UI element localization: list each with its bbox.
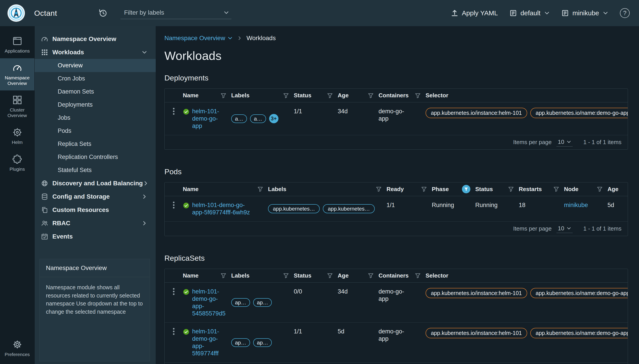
filter-icon[interactable]: [327, 93, 333, 98]
replicaset-link[interactable]: helm-101-demo-go-app-54585579d5: [192, 288, 226, 317]
sidebar-item-stateful-sets[interactable]: Stateful Sets: [35, 164, 156, 177]
sidebar-item-rbac[interactable]: RBAC: [35, 216, 156, 230]
sidebar-item-cron-jobs[interactable]: Cron Jobs: [35, 72, 156, 85]
filter-icon[interactable]: [597, 186, 603, 192]
sidebar-item-jobs[interactable]: Jobs: [35, 111, 156, 124]
selector-cell: app.kubernetes.io/instance:helm-101 app.…: [426, 283, 628, 322]
status-ok-icon: [183, 202, 189, 209]
sidebar-item-replication-controllers[interactable]: Replication Controllers: [35, 150, 156, 164]
breadcrumb-current: Workloads: [246, 34, 276, 42]
sidebar-item-discovery-and-load-balancing[interactable]: Discovery and Load Balancing: [35, 177, 156, 190]
filter-icon[interactable]: [368, 93, 374, 98]
filter-icon[interactable]: [257, 186, 263, 192]
card-body: Namespace module shows all resources rel…: [40, 277, 150, 322]
label-pill: ap…: [231, 298, 250, 307]
pod-link[interactable]: helm-101-demo-go-app-5f69774fff-6wh9z: [192, 202, 252, 216]
replicaset-link[interactable]: helm-101-demo-go-app-5f69774fff: [192, 328, 226, 357]
sidebar-item-daemon-sets[interactable]: Daemon Sets: [35, 85, 156, 98]
column-header-selector: Selector: [426, 92, 628, 99]
page-size-select[interactable]: 10: [556, 138, 573, 146]
row-actions-menu-icon[interactable]: [169, 107, 178, 116]
users-icon: [41, 220, 48, 227]
sidebar-item-namespace-overview[interactable]: Namespace Overview: [35, 32, 156, 46]
row-actions-menu-icon[interactable]: [169, 287, 178, 296]
sidebar-item-config-and-storage[interactable]: Config and Storage: [35, 190, 156, 203]
rail-item-namespace-overview[interactable]: Namespace Overview: [0, 58, 34, 91]
history-icon[interactable]: [98, 8, 108, 18]
filter-icon[interactable]: [220, 273, 226, 278]
filter-icon[interactable]: [283, 93, 289, 98]
namespace-icon: [509, 9, 517, 17]
items-per-page-label: Items per page: [513, 139, 552, 146]
sidebar-item-deployments[interactable]: Deployments: [35, 98, 156, 111]
table-row: helm-101-demo-go-app-5f69774fff ap… ap… …: [165, 322, 628, 363]
filter-icon[interactable]: [553, 186, 559, 192]
filter-icon[interactable]: [376, 186, 382, 192]
network-globe-icon: [41, 180, 48, 187]
filter-icon[interactable]: [415, 93, 421, 98]
column-header-age: Age: [338, 92, 379, 99]
app-header: Octant Filter by labels Apply YAML defau…: [0, 0, 639, 26]
active-filter-icon[interactable]: [462, 185, 470, 193]
storage-icon: [41, 193, 48, 200]
column-header-age: Age: [338, 272, 379, 279]
column-header-phase: Phase: [432, 185, 475, 193]
status-cell: 1/1: [294, 102, 338, 135]
label-pill: ap…: [253, 298, 272, 307]
label-pill: ap…: [253, 338, 272, 347]
sidebar-item-overview[interactable]: Overview: [35, 59, 156, 72]
rail-item-helm[interactable]: Helm: [0, 123, 34, 150]
chevron-right-icon: [237, 36, 242, 40]
column-header-containers: Containers: [379, 92, 426, 99]
row-actions-menu-icon[interactable]: [169, 200, 178, 210]
filter-label: Filter by labels: [124, 9, 164, 16]
node-link[interactable]: minikube: [564, 202, 588, 208]
icon-rail: Applications Namespace Overview Cluster …: [0, 26, 35, 364]
page-size-select[interactable]: 10: [556, 224, 573, 233]
deployments-heading: Deployments: [164, 74, 628, 82]
filter-by-labels-input[interactable]: Filter by labels: [121, 7, 231, 19]
breadcrumb-namespace-overview[interactable]: Namespace Overview: [164, 34, 233, 42]
filter-icon[interactable]: [508, 186, 514, 192]
sidebar-item-pods[interactable]: Pods: [35, 124, 156, 138]
namespace-selector[interactable]: default: [509, 9, 550, 17]
deployment-link[interactable]: helm-101-demo-go-app: [192, 108, 222, 130]
selector-cell: app.kubernetes.io/instance:helm-101 app.…: [426, 322, 628, 362]
age-cell: 34d: [338, 283, 379, 322]
filter-icon[interactable]: [327, 273, 333, 278]
sidebar-item-replica-sets[interactable]: Replica Sets: [35, 138, 156, 150]
labels-overflow-badge[interactable]: 3+: [269, 114, 278, 123]
chevron-down-icon: [142, 50, 147, 55]
namespace-overview-icon: [12, 63, 23, 73]
apply-yaml-button[interactable]: Apply YAML: [451, 9, 498, 17]
dashboard-icon: [41, 35, 48, 43]
context-selector[interactable]: minikube: [561, 9, 608, 17]
help-icon[interactable]: ?: [620, 8, 630, 18]
pods-section: Pods Name Labels Ready Phase Status Rest…: [164, 167, 628, 236]
pods-heading: Pods: [164, 167, 628, 176]
app-title: Octant: [34, 9, 57, 18]
sidebar-item-events[interactable]: Events: [35, 230, 156, 243]
filter-icon[interactable]: [283, 273, 289, 278]
sidebar-item-workloads[interactable]: Workloads: [35, 46, 156, 59]
filter-icon[interactable]: [421, 186, 427, 192]
sidebar-item-custom-resources[interactable]: Custom Resources: [35, 203, 156, 216]
rail-item-cluster-overview[interactable]: Cluster Overview: [0, 90, 34, 123]
filter-icon[interactable]: [220, 93, 226, 98]
rail-item-plugins[interactable]: Plugins: [0, 150, 34, 176]
row-actions-menu-icon[interactable]: [169, 327, 178, 336]
filter-icon[interactable]: [415, 273, 421, 278]
rail-item-applications[interactable]: Applications: [0, 32, 34, 58]
pagination-range: 1 - 1 of 1 items: [583, 225, 621, 232]
table-row: helm-101-demo-go-app-54585579d5 ap… ap… …: [165, 283, 628, 323]
chevron-right-icon: [142, 220, 147, 226]
pagination: Items per page 10 1 - 1 of 1 items: [165, 222, 628, 236]
rail-item-preferences[interactable]: Preferences: [0, 335, 34, 362]
status-ok-icon: [183, 108, 189, 115]
column-header-status: Status: [475, 186, 519, 193]
deployments-table: Name Labels Status Age Containers Select…: [164, 88, 628, 150]
pagination-range: 1 - 1 of 1 items: [583, 139, 621, 146]
filter-icon[interactable]: [368, 273, 374, 278]
selector-cell: app.kubernetes.io/instance:helm-101 app.…: [426, 102, 628, 135]
items-per-page-label: Items per page: [513, 225, 552, 232]
